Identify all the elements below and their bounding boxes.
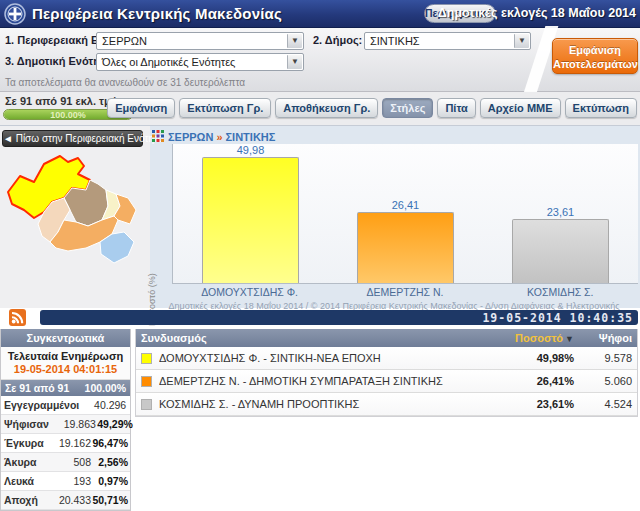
bar-value-label: 49,98 xyxy=(237,144,265,156)
toolbar-button-print-chart[interactable]: Εκτύπωση Γρ. xyxy=(179,98,271,118)
regional-unit-select[interactable]: ΣΕΡΡΩΝ ▼ xyxy=(96,32,304,50)
table-row[interactable]: ΔΟΜΟΥΧΤΣΙΔΗΣ Φ. - ΣΙΝΤΙΚΗ-ΝΕΑ ΕΠΟΧΗ 49,9… xyxy=(136,347,637,370)
summary-stations: Σε 91 από 91 xyxy=(5,380,69,396)
bar-column: 23,61 xyxy=(483,144,638,283)
column-party: Συνδυασμός xyxy=(141,329,490,348)
summary-row-invalid: Άκυρα5082,56% xyxy=(1,453,130,472)
ticker-bar: 19-05-2014 10:40:35 xyxy=(40,310,638,325)
party-color-swatch xyxy=(141,376,152,387)
column-votes[interactable]: Ψήφοι xyxy=(574,329,632,348)
results-table-header: Συνδυασμός Ποσοστό▼ Ψήφοι xyxy=(136,329,637,347)
x-axis-category: ΔΟΜΟΥΧΤΣΙΔΗΣ Φ. xyxy=(172,286,327,298)
bar-column: 26,41 xyxy=(328,144,483,283)
party-color-swatch xyxy=(141,353,152,364)
last-update-value: 19-05-2014 04:01:15 xyxy=(1,363,130,375)
summary-rows: Εγγεγραμμένοι40.296 Ψήφισαν19.86349,29% … xyxy=(1,396,130,510)
chevron-down-icon[interactable]: ▼ xyxy=(287,55,302,69)
last-update-box: Τελευταία Ενημέρωση 19-05-2014 04:01:15 xyxy=(1,347,130,380)
municipality-value: ΣΙΝΤΙΚΗΣ xyxy=(370,35,420,47)
bar-domouchtsidis[interactable] xyxy=(202,157,299,283)
toolbar-button-columns[interactable]: Στήλες xyxy=(382,98,433,118)
x-axis-category: ΔΕΜΕΡΤΖΗΣ Ν. xyxy=(327,286,482,298)
header-bar: Περιφέρεια Κεντρικής Μακεδονίας Περιφερε… xyxy=(0,0,640,28)
municipality-label: 2. Δήμος: xyxy=(313,34,362,46)
summary-subheader: Σε 91 από 91 100.00% xyxy=(1,380,130,396)
regional-unit-map xyxy=(0,150,150,306)
election-title: Δημοτικές εκλογές 18 Μαΐου 2014 xyxy=(438,6,636,20)
results-table: Συνδυασμός Ποσοστό▼ Ψήφοι ΔΟΜΟΥΧΤΣΙΔΗΣ Φ… xyxy=(135,329,638,417)
toolbar-button-media-file[interactable]: Αρχείο ΜΜΕ xyxy=(480,98,561,118)
bar-column: 49,98 xyxy=(173,144,328,283)
column-percent[interactable]: Ποσοστό▼ xyxy=(490,329,574,348)
page-title: Περιφέρεια Κεντρικής Μακεδονίας xyxy=(32,5,282,22)
sort-desc-icon: ▼ xyxy=(563,334,574,344)
summary-row-abstention: Αποχή20.43350,71% xyxy=(1,491,130,510)
breadcrumb-separator: » xyxy=(213,131,225,143)
bar-value-label: 26,41 xyxy=(392,199,420,211)
filter-panel: 1. Περιφερειακή Ενότ.: ΣΕΡΡΩΝ ▼ 2. Δήμος… xyxy=(0,28,640,92)
show-results-button[interactable]: Εμφάνιση Αποτελεσμάτων xyxy=(552,38,638,74)
bar-value-label: 23,61 xyxy=(547,206,575,218)
chart-toolbar: Εμφάνιση Εκτύπωση Γρ. Αποθήκευση Γρ. Στή… xyxy=(107,98,637,118)
table-row[interactable]: ΔΕΜΕΡΤΖΗΣ Ν. - ΔΗΜΟΤΙΚΗ ΣΥΜΠΑΡΑΤΑΞΗ ΣΙΝΤ… xyxy=(136,370,637,393)
summary-panel-title: Συγκεντρωτικά xyxy=(1,329,130,347)
table-row[interactable]: ΚΟΣΜΙΔΗΣ Σ. - ΔΥΝΑΜΗ ΠΡΟΟΠΤΙΚΗΣ 23,61% 4… xyxy=(136,393,637,416)
last-update-label: Τελευταία Ενημέρωση xyxy=(1,350,130,362)
summary-row-registered: Εγγεγραμμένοι40.296 xyxy=(1,396,130,415)
party-color-swatch xyxy=(141,399,152,410)
toolbar-button-print[interactable]: Εκτύπωση xyxy=(565,98,637,118)
municipal-unit-select[interactable]: Όλες οι Δημοτικές Ενότητες ▼ xyxy=(96,53,304,71)
municipal-unit-value: Όλες οι Δημοτικές Ενότητες xyxy=(102,56,235,68)
bar-demertzis[interactable] xyxy=(357,212,454,283)
summary-percent: 100.00% xyxy=(85,380,126,396)
bar-chart: 49,98 26,41 23,61 xyxy=(172,144,638,284)
regional-unit-value: ΣΕΡΡΩΝ xyxy=(102,35,147,47)
toolbar-button-save-chart[interactable]: Αποθήκευση Γρ. xyxy=(275,98,378,118)
summary-row-voted: Ψήφισαν19.86349,29% xyxy=(1,415,130,434)
summary-row-blank: Λευκά1930,97% xyxy=(1,472,130,491)
chart-breadcrumb: ΣΕΡΡΩΝ»ΣΙΝΤΙΚΗΣ xyxy=(152,130,275,143)
refresh-countdown-text: Τα αποτελέσματα θα ανανεωθούν σε 31 δευτ… xyxy=(5,77,245,88)
chevron-down-icon[interactable]: ▼ xyxy=(514,34,529,48)
summary-panel: Συγκεντρωτικά Τελευταία Ενημέρωση 19-05-… xyxy=(0,329,131,511)
map-column: ◄ Πίσω στην Περιφερειακή Ενότητα xyxy=(0,126,150,308)
greek-region-logo-icon xyxy=(4,3,26,25)
bar-kosmidis[interactable] xyxy=(512,219,609,283)
main-content: ◄ Πίσω στην Περιφερειακή Ενότητα ΣΕΡΡΩΝ»… xyxy=(0,126,640,308)
summary-row-valid: Έγκυρα19.16296,47% xyxy=(1,434,130,453)
x-axis-category: ΚΟΣΜΙΔΗΣ Σ. xyxy=(483,286,638,298)
chart-grid-icon xyxy=(152,130,164,142)
toolbar-button-show[interactable]: Εμφάνιση xyxy=(107,98,175,118)
breadcrumb-municipality: ΣΙΝΤΙΚΗΣ xyxy=(226,131,276,143)
toolbar-strip: Σε 91 από 91 εκλ. τμήματα 100.00% Εμφάνι… xyxy=(0,92,640,126)
x-axis-labels: ΔΟΜΟΥΧΤΣΙΔΗΣ Φ. ΔΕΜΕΡΤΖΗΣ Ν. ΚΟΣΜΙΔΗΣ Σ. xyxy=(172,286,638,298)
back-to-regional-unit-button[interactable]: ◄ Πίσω στην Περιφερειακή Ενότητα xyxy=(2,130,143,147)
rss-icon[interactable] xyxy=(9,309,26,326)
toolbar-button-pie[interactable]: Πίτα xyxy=(437,98,475,118)
municipality-select[interactable]: ΣΙΝΤΙΚΗΣ ▼ xyxy=(364,32,531,50)
election-results-page: Περιφέρεια Κεντρικής Μακεδονίας Περιφερε… xyxy=(0,0,640,511)
current-timestamp: 19-05-2014 10:40:35 xyxy=(482,311,633,325)
breadcrumb-region[interactable]: ΣΕΡΡΩΝ xyxy=(168,131,213,143)
chevron-down-icon[interactable]: ▼ xyxy=(287,34,302,48)
